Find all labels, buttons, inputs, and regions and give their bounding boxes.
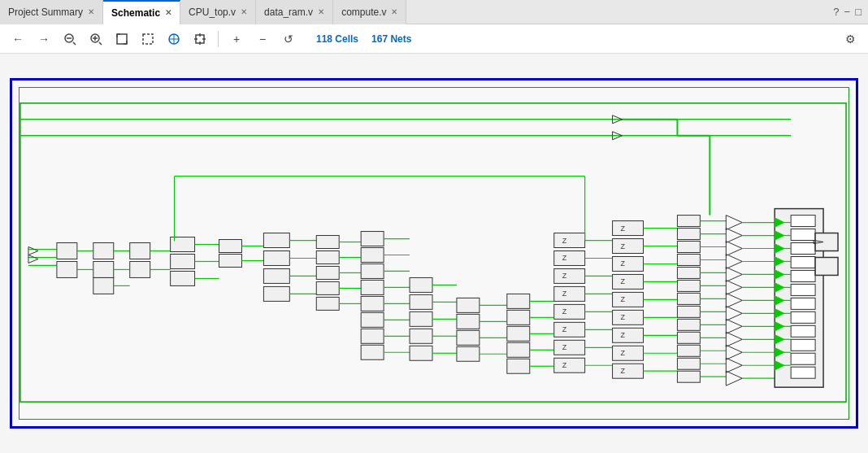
minimize-button[interactable]: − (844, 6, 851, 18)
add-button[interactable]: + (225, 28, 248, 50)
tab-cpu-top[interactable]: CPU_top.v ✕ (180, 0, 256, 24)
schematic-inner-border (19, 87, 849, 420)
tab-compute-v-label: compute.v (341, 7, 386, 18)
svg-line-4 (99, 42, 102, 45)
tab-bar: Project Summary ✕ Schematic ✕ CPU_top.v … (0, 0, 868, 24)
tab-project-summary-close[interactable]: ✕ (88, 8, 94, 16)
schematic-outer-border: Z Z Z Z Z Z Z Z (10, 78, 858, 429)
svg-rect-7 (117, 34, 127, 44)
svg-line-1 (73, 42, 76, 45)
svg-rect-12 (143, 34, 153, 44)
refresh-button[interactable]: ↺ (277, 28, 300, 50)
tab-schematic-label: Schematic (111, 7, 160, 19)
maximize-button[interactable]: □ (855, 6, 861, 18)
settings-button[interactable]: ⚙ (839, 28, 861, 50)
back-button[interactable]: ← (7, 28, 29, 50)
tab-data-ram-label: data_ram.v (264, 7, 313, 18)
canvas-area[interactable]: Z Z Z Z Z Z Z Z (0, 54, 868, 453)
schematic-container: Z Z Z Z Z Z Z Z (10, 78, 858, 429)
tab-data-ram-close[interactable]: ✕ (318, 8, 324, 16)
select-button[interactable] (137, 28, 159, 50)
snap-button[interactable] (163, 28, 185, 50)
nets-count: 167 Nets (371, 33, 411, 45)
tab-compute-v[interactable]: compute.v ✕ (333, 0, 406, 24)
tab-project-summary[interactable]: Project Summary ✕ (0, 0, 103, 24)
toolbar-right: ⚙ (839, 28, 861, 50)
tab-schematic-close[interactable]: ✕ (165, 9, 171, 17)
tab-schematic[interactable]: Schematic ✕ (103, 0, 180, 24)
help-button[interactable]: ? (833, 6, 839, 18)
tab-right-controls: ? − □ (833, 6, 868, 18)
toolbar-info: 118 Cells 167 Nets (316, 33, 411, 45)
fit-button[interactable] (111, 28, 133, 50)
tab-data-ram[interactable]: data_ram.v ✕ (256, 0, 333, 24)
tab-project-summary-label: Project Summary (8, 7, 83, 18)
tab-cpu-top-close[interactable]: ✕ (241, 8, 247, 16)
cells-count: 118 Cells (316, 33, 358, 45)
move-button[interactable] (189, 28, 211, 50)
tab-cpu-top-label: CPU_top.v (189, 7, 236, 18)
toolbar: ← → + − ↺ 118 Cells 167 Nets ⚙ (0, 24, 868, 54)
tab-compute-v-close[interactable]: ✕ (391, 8, 397, 16)
zoom-out-button[interactable] (59, 28, 81, 50)
forward-button[interactable]: → (33, 28, 55, 50)
zoom-in-button[interactable] (85, 28, 107, 50)
subtract-button[interactable]: − (251, 28, 274, 50)
toolbar-sep-1 (218, 31, 219, 47)
